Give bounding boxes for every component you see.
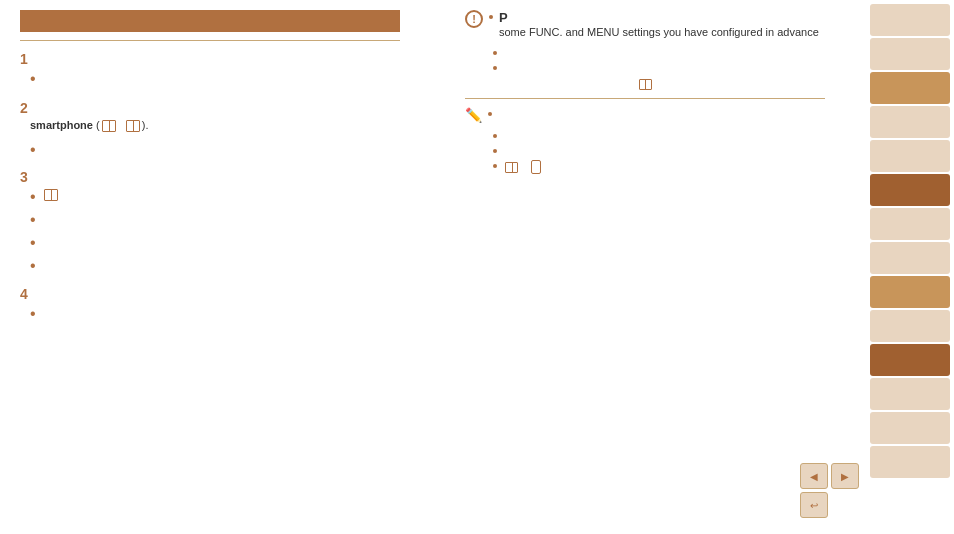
sidebar-item[interactable] — [870, 4, 950, 36]
sidebar-item[interactable] — [870, 38, 950, 70]
section-4: 4 • — [20, 286, 410, 323]
sidebar-item[interactable] — [870, 208, 950, 240]
book-icon-3 — [44, 189, 58, 201]
list-item: • — [30, 233, 410, 252]
list-item — [493, 159, 825, 174]
sidebar-item[interactable] — [870, 276, 950, 308]
list-item — [493, 129, 825, 138]
sidebar-item[interactable] — [870, 174, 950, 206]
bullet-icon: • — [30, 304, 36, 323]
sidebar-item[interactable] — [870, 140, 950, 172]
sidebar-item[interactable] — [870, 310, 950, 342]
notice-dot — [489, 15, 493, 19]
section-2-intro: smartphone ( ). — [30, 118, 410, 133]
section-4-num: 4 — [20, 286, 410, 302]
nav-buttons: ◀ ▶ ↩ — [800, 463, 859, 518]
sidebar-item[interactable] — [870, 378, 950, 410]
pencil-sub-bullets — [493, 129, 825, 174]
list-item: • — [30, 140, 410, 159]
sidebar-item[interactable] — [870, 242, 950, 274]
sidebar — [866, 0, 954, 534]
bullet-dot-icon — [493, 51, 497, 55]
book-icon-center — [639, 79, 652, 90]
next-button[interactable]: ▶ — [831, 463, 859, 489]
pencil-row: ✏️ — [465, 107, 825, 123]
section-2: 2 smartphone ( ). • — [20, 100, 410, 159]
notice-row: ! P some FUNC. and MENU settings you hav… — [465, 10, 825, 40]
list-item — [493, 46, 825, 55]
right-divider — [465, 98, 825, 99]
section-2-num: 2 — [20, 100, 410, 116]
nav-row-bottom: ↩ — [800, 492, 859, 518]
left-panel: 1 • 2 smartphone ( ). • 3 • • • — [0, 0, 430, 534]
bullet-dot-icon — [493, 66, 497, 70]
list-item: • — [30, 69, 410, 88]
pencil-section: ✏️ — [465, 107, 825, 174]
bullet-icon: • — [30, 187, 36, 206]
book-icon-inline-right — [505, 162, 518, 173]
right-panel: ! P some FUNC. and MENU settings you hav… — [450, 0, 840, 480]
list-item — [493, 144, 825, 153]
phone-icon — [531, 160, 541, 174]
bullet-icon: • — [30, 233, 36, 252]
bullet-dot-icon — [493, 134, 497, 138]
warning-icon: ! — [465, 10, 483, 28]
book-icon — [102, 120, 116, 132]
list-item: • — [30, 256, 410, 275]
bullet-icon: • — [30, 140, 36, 159]
sidebar-item[interactable] — [870, 106, 950, 138]
bullet-icon: • — [30, 256, 36, 275]
return-button[interactable]: ↩ — [800, 492, 828, 518]
book-icon-row — [465, 76, 825, 90]
title-bar — [20, 10, 400, 32]
pencil-icon: ✏️ — [465, 107, 482, 123]
bullet-icon: • — [30, 69, 36, 88]
section-3-num: 3 — [20, 169, 410, 185]
list-item: • — [30, 187, 410, 206]
bullet-text — [42, 187, 60, 202]
sidebar-item[interactable] — [870, 412, 950, 444]
bullet-dot-icon — [493, 149, 497, 153]
section-1: 1 • — [20, 51, 410, 88]
top-divider — [20, 40, 400, 41]
bullet-icon: • — [30, 210, 36, 229]
note-bullets — [493, 46, 825, 70]
sidebar-item[interactable] — [870, 446, 950, 478]
notice-title: P — [499, 10, 819, 25]
sidebar-item[interactable] — [870, 72, 950, 104]
prev-button[interactable]: ◀ — [800, 463, 828, 489]
list-item: • — [30, 304, 410, 323]
section-1-num: 1 — [20, 51, 410, 67]
bullet-text — [503, 159, 543, 174]
sidebar-item-active[interactable] — [870, 344, 950, 376]
list-item — [493, 61, 825, 70]
section-3: 3 • • • • — [20, 169, 410, 276]
bullet-dot-icon — [493, 164, 497, 168]
bullet-dot-icon — [488, 112, 492, 116]
list-item: • — [30, 210, 410, 229]
nav-row-top: ◀ ▶ — [800, 463, 859, 489]
notice-text: some FUNC. and MENU settings you have co… — [499, 25, 819, 40]
book-icon-2 — [126, 120, 140, 132]
notice-content: P some FUNC. and MENU settings you have … — [499, 10, 819, 40]
